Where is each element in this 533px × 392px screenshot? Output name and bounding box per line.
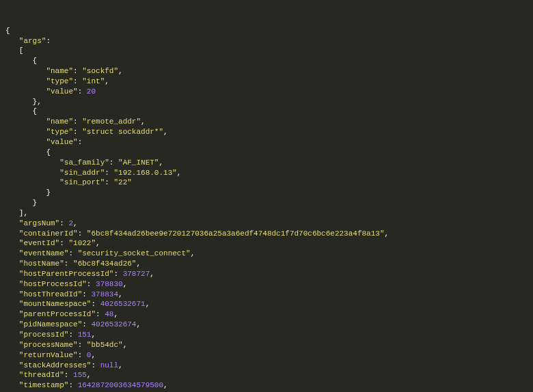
json-code-block: { "args": [ { "name": "sockfd", "type": … [5, 26, 528, 392]
